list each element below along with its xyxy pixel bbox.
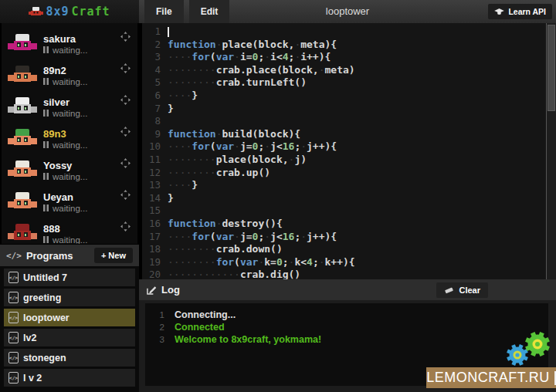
code-line[interactable]: 16function·destroy(){ (142, 218, 556, 231)
code-text: ····for(var·i=0;·i<4;·i++){ (168, 51, 331, 64)
top-bar: 8x9 Craft File Edit looptower Learn API (0, 0, 556, 23)
player-info: Ueyan waiting... (43, 191, 87, 213)
code-text: ····} (168, 179, 198, 192)
menu-file[interactable]: File (144, 0, 184, 23)
log-message: Connected (175, 322, 225, 333)
log-line: 3Welcome to 8x9craft, yokmama! (145, 333, 548, 346)
program-list: </> Untitled 7 </> greeting </> looptowe… (0, 266, 139, 392)
line-number: 7 (142, 103, 161, 116)
move-icon[interactable] (120, 95, 131, 105)
code-file-icon: </> (8, 272, 19, 283)
code-line[interactable]: 4········crab.place(block,·meta) (142, 64, 556, 77)
pause-icon (43, 110, 49, 117)
crab-avatar (8, 65, 37, 86)
crab-logo-icon (29, 7, 43, 17)
program-item[interactable]: </> Untitled 7 (4, 269, 135, 286)
code-line[interactable]: 10····for(var·j=0;·j<16;·j++){ (142, 140, 556, 154)
log-line-number: 2 (145, 323, 175, 332)
log-message: Welcome to 8x9craft, yokmama! (175, 334, 321, 345)
code-line[interactable]: 14} (142, 192, 556, 205)
line-number: 14 (142, 192, 161, 205)
code-file-icon: </> (8, 332, 19, 343)
program-item[interactable]: </> looptower (4, 309, 135, 326)
player-name: 89n3 (43, 128, 87, 140)
player-name: silver (43, 96, 87, 108)
log-line-number: 3 (145, 335, 175, 344)
player-status: waiting... (53, 235, 87, 245)
learn-api-button[interactable]: Learn API (488, 4, 552, 19)
line-number: 13 (142, 179, 161, 192)
new-program-button[interactable]: + New (94, 248, 133, 263)
watermark-caret (554, 371, 556, 385)
code-line[interactable]: 2function·place(block,·meta){ (142, 39, 556, 52)
code-text: ········crab.place(block,·meta) (168, 64, 355, 77)
program-name: greeting (23, 292, 61, 303)
clear-label: Clear (459, 286, 480, 295)
code-line[interactable]: 15 (142, 204, 556, 218)
player-list-item[interactable]: 89n3 waiting... (2, 123, 137, 154)
code-line[interactable]: 3····for(var·i=0;·i<4;·i++){ (142, 51, 556, 64)
code-line[interactable]: 19········for(var·k=0;·k<4;·k++){ (142, 256, 556, 269)
player-list-item[interactable]: 89n2 waiting... (2, 59, 137, 91)
text-cursor (168, 27, 169, 37)
line-number: 12 (142, 167, 161, 180)
player-status-row: waiting... (43, 109, 87, 118)
code-line[interactable]: 8 (142, 115, 556, 128)
code-line[interactable]: 6····} (142, 90, 556, 103)
code-line[interactable]: 17····for(var·j=0;·j<16;·j++){ (142, 231, 556, 244)
line-number: 2 (142, 39, 161, 52)
code-line[interactable]: 5········crab.turnLeft() (142, 76, 556, 90)
line-number: 3 (142, 51, 161, 64)
code-text: ····for(var·j=0;·j<16;·j++){ (168, 231, 337, 244)
line-number: 4 (142, 64, 161, 77)
sidebar: sakura waiting... 89n2 wait (0, 23, 139, 392)
code-line[interactable]: 7} (142, 103, 556, 116)
move-icon[interactable] (120, 63, 131, 73)
player-list-item[interactable]: silver waiting... (2, 91, 137, 123)
code-text: ············crab.dig() (168, 269, 300, 279)
player-status: waiting... (53, 77, 87, 86)
program-item[interactable]: </> lv2 (4, 329, 135, 346)
player-list: sakura waiting... 89n2 wait (2, 23, 137, 244)
move-icon[interactable] (120, 190, 131, 200)
move-icon[interactable] (120, 32, 131, 42)
code-line[interactable]: 9function·build(block){ (142, 128, 556, 141)
code-line[interactable]: 1 (142, 25, 556, 39)
code-line[interactable]: 13····} (142, 179, 556, 192)
watermark-text: LEMONCRAFT.RU (426, 370, 550, 386)
crab-avatar (8, 96, 37, 118)
pause-icon (43, 236, 49, 243)
editor-scrollbar[interactable] (546, 23, 556, 279)
program-item[interactable]: </> l v 2 (4, 369, 135, 387)
menu-edit[interactable]: Edit (189, 0, 230, 23)
line-number: 15 (142, 204, 161, 218)
log-line-number: 1 (145, 310, 175, 319)
main-area: sakura waiting... 89n2 wait (0, 23, 556, 392)
code-file-icon: </> (8, 292, 19, 303)
pause-icon (43, 46, 49, 53)
clear-log-button[interactable]: Clear (436, 282, 488, 298)
pause-icon (43, 78, 49, 85)
code-line[interactable]: 11········place(block,·j) (142, 154, 556, 167)
player-status: waiting... (53, 46, 87, 55)
line-number: 8 (142, 115, 161, 128)
app-logo: 8x9 Craft (0, 0, 139, 23)
move-icon[interactable] (120, 158, 131, 168)
scrollbar-thumb[interactable] (548, 25, 555, 111)
player-list-item[interactable]: Yossy waiting... (2, 154, 137, 186)
code-line[interactable]: 20············crab.dig() (142, 269, 556, 279)
pause-icon (43, 141, 49, 148)
code-file-icon: </> (8, 312, 19, 323)
player-list-item[interactable]: sakura waiting... (2, 28, 137, 59)
program-item[interactable]: </> stonegen (4, 349, 135, 367)
code-line[interactable]: 12········crab.up() (142, 167, 556, 180)
code-brackets-icon: </> (6, 251, 22, 261)
program-name: looptower (23, 313, 70, 323)
player-list-item[interactable]: Ueyan waiting... (2, 186, 137, 218)
move-icon[interactable] (120, 127, 131, 137)
code-line[interactable]: 18········crab.down() (142, 243, 556, 256)
player-list-item[interactable]: 888 waiting... (2, 218, 137, 244)
move-icon[interactable] (120, 221, 131, 231)
code-editor[interactable]: 12function·place(block,·meta){3····for(v… (139, 23, 556, 279)
program-item[interactable]: </> greeting (4, 289, 135, 306)
